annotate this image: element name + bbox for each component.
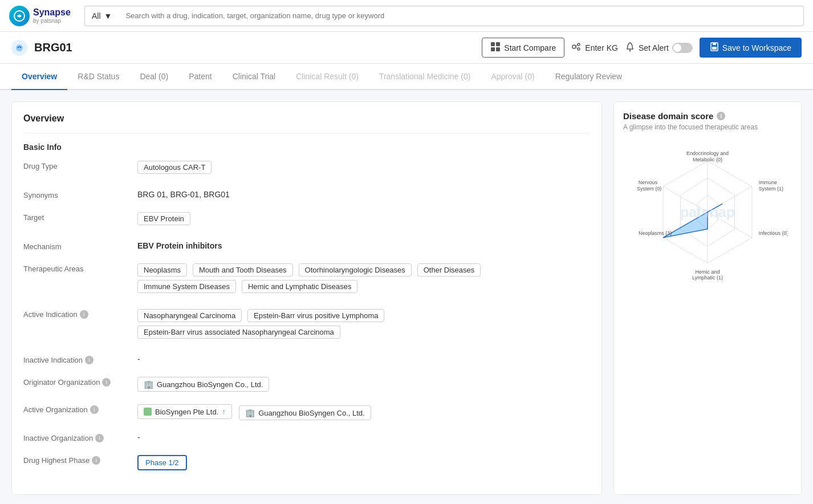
list-item[interactable]: Immune System Diseases <box>137 280 236 293</box>
tab-deal[interactable]: Deal (0) <box>129 64 178 90</box>
list-item[interactable]: Other Diseases <box>417 263 481 277</box>
side-panel: Disease domain score i A glimpse into th… <box>613 101 802 495</box>
inactive-org-row: Inactive Organization i - <box>23 433 590 442</box>
synonyms-value: BRG 01, BRG-01, BRG01 <box>137 190 590 199</box>
start-compare-label: Start Compare <box>504 43 556 52</box>
therapeutic-areas-row: Therapeutic Areas Neoplasms Mouth and To… <box>23 263 590 296</box>
inactive-indication-row: Inactive Indication i - <box>23 355 590 364</box>
search-input[interactable] <box>119 6 804 26</box>
drug-highest-phase-label: Drug Highest Phase i <box>23 455 137 465</box>
originator-org-info-icon[interactable]: i <box>102 378 111 387</box>
set-alert-button[interactable]: Set Alert <box>625 42 693 54</box>
svg-point-6 <box>572 45 576 48</box>
mechanism-label: Mechanism <box>23 241 137 251</box>
svg-text:Immune: Immune <box>759 180 777 185</box>
active-org-info-icon[interactable]: i <box>90 405 99 414</box>
originator-org-name: Guangzhou BioSyngen Co., Ltd. <box>157 380 263 389</box>
inactive-org-value: - <box>137 433 590 442</box>
logo-text: Synapse by patsnap <box>33 7 71 24</box>
tab-overview[interactable]: Overview <box>11 64 67 90</box>
save-icon <box>710 42 719 53</box>
target-label: Target <box>23 212 137 222</box>
mechanism-value: EBV Protein inhibitors <box>137 241 590 250</box>
tab-rd-status[interactable]: R&D Status <box>67 64 129 90</box>
svg-text:patsnap: patsnap <box>680 204 735 220</box>
enter-kg-button[interactable]: Enter KG <box>571 42 618 54</box>
target-value: EBV Protein <box>137 212 590 229</box>
list-item[interactable]: Epstein-Barr virus positive Lymphoma <box>247 309 384 322</box>
drug-type-value: Autologous CAR-T <box>137 161 590 177</box>
tab-patent[interactable]: Patent <box>178 64 222 90</box>
active-org-name-1: BioSyngen Pte Ltd. <box>155 408 218 416</box>
target-tag[interactable]: EBV Protein <box>137 212 190 225</box>
drug-type-tag: Autologous CAR-T <box>137 161 212 174</box>
svg-text:Hemic and: Hemic and <box>696 269 720 275</box>
svg-point-7 <box>578 43 580 46</box>
svg-rect-4 <box>491 47 495 51</box>
tab-clinical-trial[interactable]: Clinical Trial <box>222 64 286 90</box>
start-compare-button[interactable]: Start Compare <box>482 38 564 58</box>
svg-text:Lymphatic (1): Lymphatic (1) <box>692 275 723 281</box>
kg-icon <box>571 42 582 54</box>
svg-rect-3 <box>496 42 500 46</box>
chevron-down-icon: ▼ <box>104 11 112 21</box>
list-item[interactable]: Epstein-Barr virus associated Nasopharyn… <box>137 326 340 339</box>
search-area: All ▼ <box>84 6 804 26</box>
tab-approval: Approval (0) <box>481 64 544 90</box>
enter-kg-label: Enter KG <box>585 43 618 52</box>
org-building-icon: 🏢 <box>144 380 153 389</box>
phase-badge[interactable]: Phase 1/2 <box>137 455 187 470</box>
list-item[interactable]: Otorhinolaryngologic Diseases <box>299 263 412 277</box>
active-indication-value: Nasopharyngeal Carcinoma Epstein-Barr vi… <box>137 309 590 342</box>
inactive-indication-info-icon[interactable]: i <box>85 356 94 364</box>
list-item[interactable]: Nasopharyngeal Carcinoma <box>137 309 242 322</box>
active-org-name-2: Guangzhou BioSyngen Co., Ltd. <box>258 409 364 417</box>
save-label: Save to Workspace <box>722 43 791 52</box>
inactive-indication-label: Inactive Indication i <box>23 355 137 364</box>
svg-text:Infectious (0): Infectious (0) <box>759 230 787 236</box>
inactive-org-label: Inactive Organization i <box>23 433 137 442</box>
active-org-tag-1[interactable]: BioSyngen Pte Ltd. ↑ <box>137 404 232 419</box>
active-indication-info-icon[interactable]: i <box>80 310 88 319</box>
drug-phase-info-icon[interactable]: i <box>92 456 100 465</box>
svg-rect-2 <box>491 42 495 46</box>
list-item[interactable]: Mouth and Tooth Diseases <box>193 263 293 277</box>
radar-chart: Endocrinology and Metabolic (0) Immune S… <box>628 138 787 286</box>
drug-type-row: Drug Type Autologous CAR-T <box>23 161 590 177</box>
svg-text:Neoplasms (3): Neoplasms (3) <box>639 230 672 236</box>
list-item[interactable]: Neoplasms <box>137 263 187 277</box>
svg-line-9 <box>576 45 578 46</box>
mechanism-row: Mechanism EBV Protein inhibitors <box>23 241 590 251</box>
org-green-icon <box>144 408 152 416</box>
content-area: Overview Basic Info Drug Type Autologous… <box>0 90 813 504</box>
synonyms-label: Synonyms <box>23 190 137 200</box>
tab-regulatory-review[interactable]: Regulatory Review <box>545 64 633 90</box>
search-type-dropdown[interactable]: All ▼ <box>84 6 119 26</box>
tab-translational-medicine: Translational Medicine (0) <box>369 64 481 90</box>
drug-icon <box>11 40 27 56</box>
alert-toggle[interactable] <box>672 43 693 53</box>
active-org-label: Active Organization i <box>23 404 137 414</box>
originator-org-tag[interactable]: 🏢 Guangzhou BioSyngen Co., Ltd. <box>137 377 269 392</box>
svg-text:Metabolic (0): Metabolic (0) <box>693 157 722 162</box>
search-type-label: All <box>92 11 101 21</box>
drug-highest-phase-value: Phase 1/2 <box>137 455 590 470</box>
svg-text:Nervous: Nervous <box>639 180 658 185</box>
originator-org-label: Originator Organization i <box>23 377 137 387</box>
disease-domain-title: Disease domain score i <box>623 111 792 121</box>
active-org-tag-2[interactable]: 🏢 Guangzhou BioSyngen Co., Ltd. <box>239 405 371 420</box>
list-item[interactable]: Hemic and Lymphatic Diseases <box>242 280 358 293</box>
svg-rect-5 <box>496 47 500 51</box>
disease-domain-info-icon[interactable]: i <box>717 112 725 120</box>
synonyms-text: BRG 01, BRG-01, BRG01 <box>137 190 230 199</box>
drug-name: BRG01 <box>34 41 72 54</box>
alert-icon <box>625 42 635 54</box>
header: Synapse by patsnap All ▼ <box>0 0 813 32</box>
drug-actions: Start Compare Enter KG Set Alert Save to… <box>482 38 802 58</box>
inactive-org-info-icon[interactable]: i <box>95 434 104 442</box>
basic-info-title: Basic Info <box>23 143 590 152</box>
save-to-workspace-button[interactable]: Save to Workspace <box>700 38 802 58</box>
active-org-value: BioSyngen Pte Ltd. ↑ 🏢 Guangzhou BioSyng… <box>137 404 590 420</box>
tabs-bar: Overview R&D Status Deal (0) Patent Clin… <box>0 64 813 90</box>
mechanism-text: EBV Protein inhibitors <box>137 241 222 250</box>
